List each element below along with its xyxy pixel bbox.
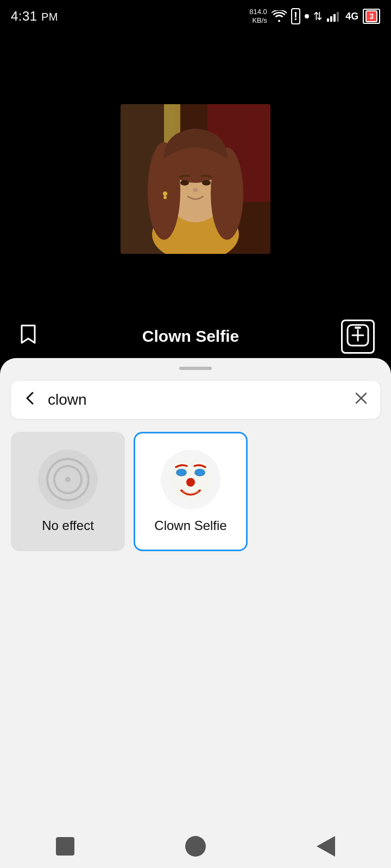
svg-point-28: [197, 470, 203, 475]
status-bar: 4:31 PM 814.0KB/s ! ⇅ 4G 3: [0, 0, 391, 33]
status-icons: 814.0KB/s ! ⇅ 4G 3: [249, 8, 380, 24]
wifi-icon: [272, 10, 287, 22]
header-title: Clown Selfie: [142, 327, 239, 346]
speed-indicator: 814.0KB/s: [249, 8, 267, 24]
home-icon: [185, 836, 206, 857]
svg-point-24: [186, 478, 195, 487]
add-to-story-button[interactable]: [341, 320, 375, 354]
back-icon: [317, 836, 335, 857]
svg-point-18: [163, 196, 167, 199]
search-back-button[interactable]: [22, 390, 39, 411]
svg-rect-1: [330, 16, 332, 22]
data-arrow-icon: ⇅: [313, 10, 323, 23]
sheet-handle: [179, 367, 212, 370]
svg-rect-0: [327, 18, 329, 22]
home-button[interactable]: [182, 833, 209, 860]
effect-item-clown-selfie[interactable]: Clown Selfie: [134, 432, 248, 551]
photo-area: [0, 33, 391, 326]
no-effect-inner-ring: [53, 465, 83, 494]
back-button[interactable]: [312, 833, 339, 860]
search-clear-button[interactable]: [353, 390, 369, 410]
search-input[interactable]: [48, 391, 353, 409]
svg-point-17: [163, 192, 167, 196]
clown-selfie-label: Clown Selfie: [154, 518, 226, 533]
search-bar: [11, 381, 380, 419]
no-effect-dot: [65, 477, 71, 482]
svg-point-16: [193, 188, 198, 192]
no-effect-label: No effect: [42, 518, 94, 533]
header-bar: Clown Selfie: [0, 315, 391, 358]
status-time: 4:31 PM: [11, 9, 58, 24]
recent-apps-button[interactable]: [52, 833, 79, 860]
bookmark-button[interactable]: [16, 322, 40, 350]
svg-point-14: [180, 180, 189, 186]
effects-grid: No effect: [0, 419, 391, 564]
svg-rect-3: [337, 12, 339, 22]
network-type: 4G: [345, 11, 358, 22]
effect-item-no-effect[interactable]: No effect: [11, 432, 125, 551]
no-effect-icon: [46, 458, 90, 501]
bottom-sheet: No effect: [0, 358, 391, 868]
clown-face-icon: [166, 455, 215, 504]
recent-apps-icon: [56, 837, 74, 856]
photo-container: [121, 104, 270, 254]
signal-icon: [327, 11, 341, 22]
alert-icon: !: [291, 8, 300, 24]
svg-point-15: [202, 180, 211, 186]
svg-rect-2: [333, 14, 336, 22]
navigation-bar: [0, 825, 391, 868]
battery-icon: 3: [363, 9, 380, 24]
clown-selfie-icon-area: [161, 450, 220, 509]
person-photo: [121, 104, 270, 254]
svg-point-26: [178, 470, 185, 475]
svg-rect-22: [355, 327, 361, 329]
battery-level: 3: [365, 10, 377, 22]
no-effect-icon-area: [38, 450, 98, 509]
notification-dot: [305, 14, 309, 18]
